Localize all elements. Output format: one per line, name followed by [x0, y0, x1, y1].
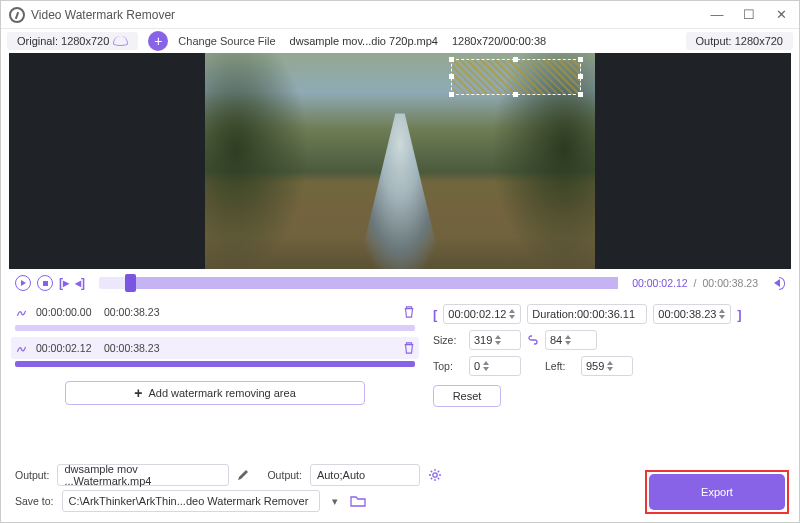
plus-icon: + [134, 385, 142, 401]
left-label: Left: [545, 360, 575, 372]
segments-panel: 00:00:00.00 00:00:38.23 00:00:02.12 00:0… [15, 301, 415, 407]
timeline-knob[interactable] [125, 274, 136, 292]
segment-row[interactable]: 00:00:02.12 00:00:38.23 [11, 337, 419, 359]
set-end-button[interactable]: ◂] [75, 276, 85, 290]
output-filename-input[interactable]: dwsample mov ...Watermark.mp4 [57, 464, 229, 486]
source-fileinfo: 1280x720/00:00:38 [452, 35, 546, 47]
original-badge: Original: 1280x720 [7, 32, 138, 50]
width-input[interactable]: 319 [469, 330, 521, 350]
play-bar: [▸ ◂] 00:00:02.12/00:00:38.23 [1, 269, 799, 297]
save-path-dropdown[interactable]: ▾ [328, 495, 342, 508]
reset-button[interactable]: Reset [433, 385, 501, 407]
video-viewport [9, 53, 791, 269]
export-button[interactable]: Export [649, 474, 785, 510]
segment-bar[interactable] [15, 361, 415, 367]
output-format-label: Output: [267, 469, 301, 481]
range-start-input[interactable]: 00:00:02.12 [443, 304, 521, 324]
selection-box[interactable] [451, 59, 581, 95]
segment-row[interactable]: 00:00:00.00 00:00:38.23 [15, 301, 415, 323]
output-file-label: Output: [15, 469, 49, 481]
range-duration-input[interactable]: Duration:00:00:36.11 [527, 304, 647, 324]
volume-icon[interactable] [770, 276, 785, 290]
range-start-bracket-button[interactable]: [ [433, 307, 437, 322]
change-source-link[interactable]: Change Source File [178, 35, 275, 47]
output-badge: Output: 1280x720 [686, 32, 793, 50]
trash-icon[interactable] [403, 341, 415, 355]
range-end-input[interactable]: 00:00:38.23 [653, 304, 731, 324]
output-format-input[interactable]: Auto;Auto [310, 464, 420, 486]
segment-end: 00:00:38.23 [104, 342, 164, 354]
folder-icon[interactable] [350, 495, 366, 508]
trash-icon[interactable] [403, 305, 415, 319]
app-logo-icon [9, 7, 25, 23]
top-label: Top: [433, 360, 463, 372]
segment-bar[interactable] [15, 325, 415, 331]
output-label: Output: 1280x720 [696, 35, 783, 47]
segment-end: 00:00:38.23 [104, 306, 164, 318]
segment-start: 00:00:02.12 [36, 342, 96, 354]
minimize-button[interactable]: — [707, 7, 727, 22]
size-label: Size: [433, 334, 463, 346]
app-title: Video Watermark Remover [31, 8, 175, 22]
link-icon[interactable] [527, 334, 539, 346]
save-to-label: Save to: [15, 495, 54, 507]
svg-point-0 [433, 473, 437, 477]
play-button[interactable] [15, 275, 31, 291]
timeline[interactable] [99, 277, 618, 289]
video-frame[interactable] [205, 53, 595, 269]
info-bar: Original: 1280x720 + Change Source File … [1, 29, 799, 53]
add-watermark-area-button[interactable]: + Add watermark removing area [65, 381, 365, 405]
height-input[interactable]: 84 [545, 330, 597, 350]
original-label: Original: 1280x720 [17, 35, 109, 47]
watermark-icon [15, 306, 28, 319]
save-path-input[interactable]: C:\ArkThinker\ArkThin...deo Watermark Re… [62, 490, 320, 512]
pencil-icon[interactable] [237, 469, 249, 481]
range-end-bracket-button[interactable]: ] [737, 307, 741, 322]
maximize-button[interactable]: ☐ [739, 7, 759, 22]
titlebar: Video Watermark Remover — ☐ ✕ [1, 1, 799, 29]
source-filename: dwsample mov...dio 720p.mp4 [290, 35, 438, 47]
stop-button[interactable] [37, 275, 53, 291]
gear-icon[interactable] [428, 468, 442, 482]
time-total: 00:00:38.23 [703, 277, 758, 289]
add-source-button[interactable]: + [148, 31, 168, 51]
properties-panel: [ 00:00:02.12 Duration:00:00:36.11 00:00… [433, 301, 785, 407]
segment-start: 00:00:00.00 [36, 306, 96, 318]
close-button[interactable]: ✕ [771, 7, 791, 22]
left-input[interactable]: 959 [581, 356, 633, 376]
top-input[interactable]: 0 [469, 356, 521, 376]
set-start-button[interactable]: [▸ [59, 276, 69, 290]
add-area-label: Add watermark removing area [148, 387, 295, 399]
eye-icon[interactable] [113, 36, 128, 46]
time-current: 00:00:02.12 [632, 277, 687, 289]
watermark-icon [15, 342, 28, 355]
